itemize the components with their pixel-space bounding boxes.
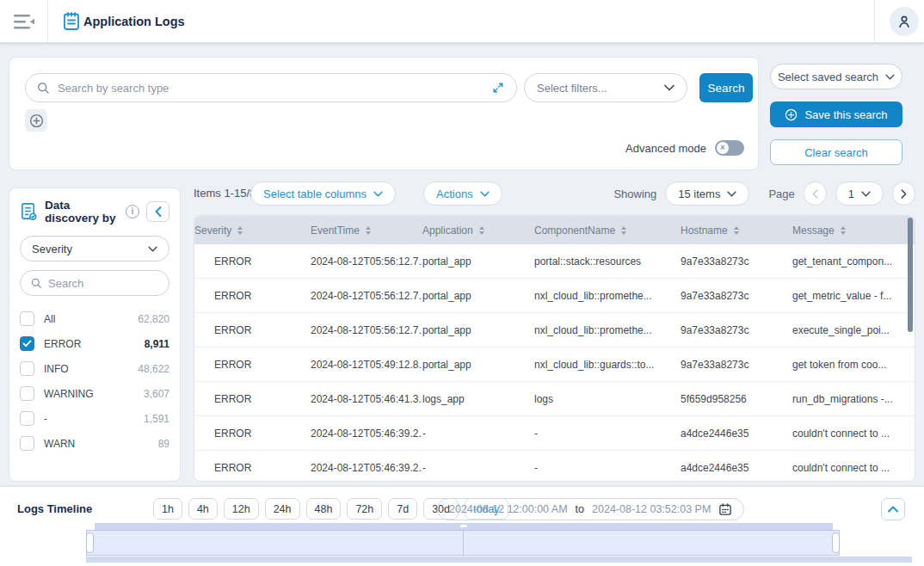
table-scrollbar[interactable] (908, 218, 913, 332)
add-criteria-button[interactable] (25, 109, 47, 132)
cell-hostname: 9a7e33a8273c (681, 324, 792, 336)
table-row[interactable]: ERROR 2024-08-12T05:46:41.3... logs_app … (194, 382, 915, 416)
brush-handle-right[interactable] (832, 532, 840, 553)
facet-checkbox[interactable] (20, 361, 34, 376)
column-header[interactable]: Message (792, 225, 915, 237)
facet-field-value: Severity (32, 243, 72, 255)
expand-search-icon[interactable] (490, 80, 506, 95)
advanced-mode-toggle[interactable]: × (715, 140, 744, 156)
cell-componentname: - (534, 428, 681, 440)
top-header: Application Logs (0, 0, 924, 43)
facet-count: 48,622 (138, 363, 169, 375)
range-button[interactable]: 24h (265, 498, 300, 520)
cell-hostname: a4dce2446e35 (681, 462, 792, 474)
facet-search-input[interactable] (48, 277, 159, 290)
facet-count: 8,911 (145, 338, 169, 350)
cell-componentname: - (534, 462, 681, 474)
table-row[interactable]: ERROR 2024-08-12T05:46:39.2... - - a4dce… (194, 416, 915, 451)
column-header[interactable]: EventTime (311, 225, 422, 237)
table-row[interactable]: ERROR 2024-08-12T05:56:12.7... portal_ap… (194, 279, 915, 313)
timeline-axis (86, 557, 912, 563)
search-input[interactable] (58, 82, 490, 95)
sort-icon[interactable] (366, 226, 371, 235)
cell-componentname: nxl_cloud_lib::promethe... (534, 290, 681, 302)
table-row[interactable]: ERROR 2024-08-12T05:49:12.8... portal_ap… (194, 348, 915, 382)
column-header[interactable]: Application (422, 225, 534, 237)
save-search-button[interactable]: Save this search (770, 102, 902, 127)
facet-checkbox[interactable] (20, 336, 34, 351)
sort-icon[interactable] (621, 226, 626, 235)
chevron-up-icon (888, 506, 898, 513)
timeline-brush[interactable] (86, 530, 840, 556)
search-button[interactable]: Search (699, 73, 753, 102)
cell-application: portal_app (422, 359, 534, 371)
cell-eventtime: 2024-08-12T05:56:12.7... (311, 255, 422, 268)
timeline-minimap[interactable] (95, 523, 833, 530)
search-panel: Select filters... Search Advanced mode × (9, 57, 759, 170)
range-button[interactable]: 1h (153, 498, 182, 520)
range-button[interactable]: 72h (347, 498, 382, 520)
facet-search-container (20, 270, 169, 296)
facet-row[interactable]: ERROR 8,911 (20, 331, 169, 356)
table-row[interactable]: ERROR 2024-08-12T05:46:39.2... - - a4dce… (194, 451, 915, 482)
cell-message: run_db_migrations -... (792, 393, 915, 405)
facet-row[interactable]: - 1,591 (20, 406, 169, 431)
facet-checkbox[interactable] (20, 386, 34, 401)
cell-componentname: nxl_cloud_lib::promethe... (534, 324, 681, 336)
date-range-picker[interactable]: 2024-08-12 12:00:00 AM to 2024-08-12 03:… (437, 498, 744, 520)
range-button[interactable]: 48h (306, 498, 342, 520)
facet-checkbox[interactable] (20, 411, 34, 426)
column-header[interactable]: Severity (194, 225, 311, 237)
column-header-label: Severity (194, 225, 231, 237)
facet-checkbox[interactable] (20, 436, 34, 451)
menu-collapse-icon[interactable] (14, 14, 35, 30)
facet-row[interactable]: WARNING 3,607 (20, 381, 169, 406)
sort-icon[interactable] (841, 226, 846, 235)
range-button[interactable]: 7d (388, 498, 417, 520)
page-size-value: 15 items (678, 188, 720, 200)
facet-row[interactable]: WARN 89 (20, 431, 169, 456)
brush-handle-left[interactable] (86, 532, 94, 553)
select-columns-label: Select table columns (263, 188, 367, 200)
filters-select[interactable]: Select filters... (524, 73, 687, 102)
actions-button[interactable]: Actions (423, 181, 502, 206)
facet-row[interactable]: INFO 48,622 (20, 356, 169, 381)
collapse-sidebar-button[interactable] (146, 201, 169, 222)
facet-field-select[interactable]: Severity (20, 236, 169, 261)
table-row[interactable]: ERROR 2024-08-12T05:56:12.7... portal_ap… (194, 244, 915, 279)
facet-label: - (44, 413, 144, 425)
data-discovery-icon (20, 202, 38, 221)
saved-search-select[interactable]: Select saved search (770, 64, 902, 89)
cell-eventtime: 2024-08-12T05:49:12.8... (311, 359, 422, 371)
facet-row[interactable]: All 62,820 (20, 306, 169, 331)
page-number-select[interactable]: 1 (835, 181, 884, 206)
collapse-timeline-button[interactable] (881, 498, 905, 520)
user-avatar-button[interactable] (890, 7, 919, 36)
facet-checkbox[interactable] (20, 311, 34, 326)
column-header[interactable]: ComponentName (534, 225, 681, 237)
sort-icon[interactable] (734, 226, 739, 235)
sort-icon[interactable] (237, 226, 243, 235)
chevron-down-icon (885, 74, 895, 80)
sort-icon[interactable] (479, 226, 484, 235)
column-header[interactable]: Hostname (681, 225, 792, 237)
range-button[interactable]: 4h (188, 498, 218, 520)
chevron-down-icon (148, 246, 157, 252)
prev-page-button[interactable] (804, 181, 827, 206)
cell-message: get_tenant_compon... (792, 255, 915, 268)
chevron-down-icon (861, 191, 871, 197)
advanced-mode-label: Advanced mode (625, 142, 706, 155)
page-size-select[interactable]: 15 items (665, 181, 749, 206)
cell-eventtime: 2024-08-12T05:56:12.7... (311, 324, 422, 336)
chevron-down-icon (727, 191, 736, 197)
next-page-button[interactable] (892, 181, 915, 206)
cell-componentname: portal::stack::resources (534, 255, 681, 268)
column-header-label: EventTime (311, 225, 360, 237)
table-row[interactable]: ERROR 2024-08-12T05:56:12.7... portal_ap… (194, 313, 915, 348)
info-icon[interactable]: i (126, 205, 139, 218)
clear-search-button[interactable]: Clear search (770, 139, 902, 165)
cell-hostname: a4dce2446e35 (681, 428, 792, 440)
range-button[interactable]: 12h (224, 498, 259, 520)
cell-eventtime: 2024-08-12T05:56:12.7... (311, 290, 422, 302)
select-columns-button[interactable]: Select table columns (250, 181, 396, 206)
